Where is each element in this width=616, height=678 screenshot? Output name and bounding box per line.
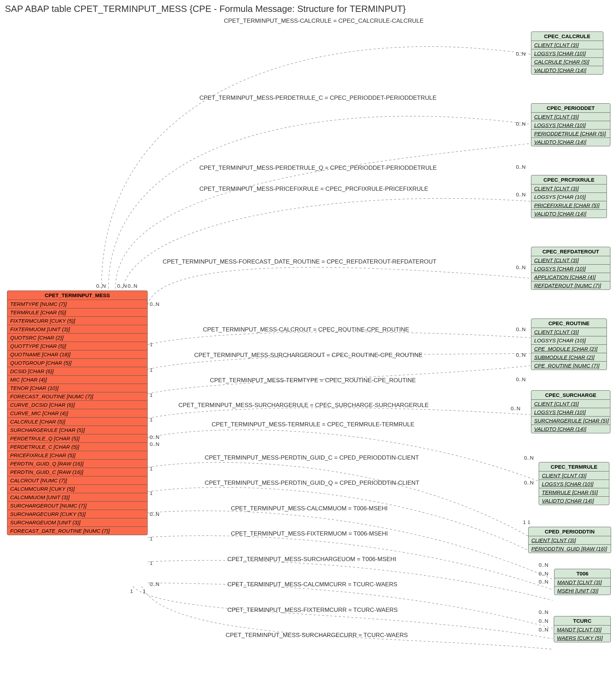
relation-label: CPET_TERMINPUT_MESS-FORECAST_DATE_ROUTIN… xyxy=(163,258,437,265)
main-field: SURCHARGEUOM [UNIT (3)] xyxy=(7,518,147,527)
cardinality-label: 0..N xyxy=(516,51,526,57)
cardinality-label: 1 xyxy=(150,367,153,373)
cardinality-label: 1 xyxy=(523,519,526,525)
relation-label: CPET_TERMINPUT_MESS-CALCMMCURR = TCURC-W… xyxy=(227,581,397,588)
cardinality-label: 1 xyxy=(130,588,133,594)
main-field: FIXTERMCURR [CUKY (5)] xyxy=(7,317,147,325)
main-field: FORECAST_ROUTINE [NUMC (7)] xyxy=(7,392,147,401)
main-field: TERMRULE [CHAR (5)] xyxy=(7,308,147,317)
ref-table-perioddet: CPEC_PERIODDET CLIENT [CLNT (3)] LOGSYS … xyxy=(531,103,610,146)
ref-field: MANDT [CLNT (3)] xyxy=(554,578,610,587)
cardinality-label: 0..N xyxy=(516,326,526,332)
relation-label: CPET_TERMINPUT_MESS-TERMTYPE = CPEC_ROUT… xyxy=(210,377,416,384)
cardinality-label: 0..N xyxy=(516,376,526,382)
ref-field: APPLICATION [CHAR (4)] xyxy=(531,273,610,281)
cardinality-label: 0..N xyxy=(539,562,548,568)
ref-table-header: CPEC_SURCHARGE xyxy=(531,391,610,400)
relation-label: CPET_TERMINPUT_MESS-PERDETRULE_Q = CPEC_… xyxy=(199,165,437,172)
ref-field: MANDT [CLNT (3)] xyxy=(554,625,610,634)
main-field: DCSID [CHAR (6)] xyxy=(7,367,147,376)
main-field: CALCMMUOM [UNIT (3)] xyxy=(7,493,147,502)
ref-field: LOGSYS [CHAR (10)] xyxy=(531,336,607,345)
ref-field: LOGSYS [CHAR (10)] xyxy=(531,121,610,130)
cardinality-label: 0..N xyxy=(516,191,526,197)
ref-field: CLIENT [CLNT (3)] xyxy=(531,400,610,408)
main-field: CALCROUT [NUMC (7)] xyxy=(7,476,147,485)
ref-field: MSEHI [UNIT (3)] xyxy=(554,587,610,595)
relation-label: CPET_TERMINPUT_MESS-CALCROUT = CPEC_ROUT… xyxy=(203,326,409,333)
cardinality-label: 0..N xyxy=(150,511,160,517)
main-field: CURVE_MIC [CHAR (4)] xyxy=(7,409,147,418)
cardinality-label: 1 xyxy=(150,536,153,541)
relation-label: CPET_TERMINPUT_MESS-SURCHARGEROUT = CPEC… xyxy=(194,352,423,359)
main-field: QUOTNAME [CHAR (18)] xyxy=(7,350,147,359)
ref-table-perioddtin: CPED_PERIODDTIN CLIENT [CLNT (3)] PERIOD… xyxy=(528,527,611,553)
cardinality-label: 0..N xyxy=(150,441,160,447)
cardinality-label: 1 xyxy=(150,341,153,347)
cardinality-label: 0..N xyxy=(516,352,526,358)
main-field: TERMTYPE [NUMC (7)] xyxy=(7,300,147,308)
cardinality-label: 0..N xyxy=(516,164,526,170)
ref-field: TERMRULE [CHAR (5)] xyxy=(539,488,609,497)
ref-field: VALIDTO [CHAR (14)] xyxy=(539,497,609,505)
relation-label: CPET_TERMINPUT_MESS-FIXTERMUOM = T006-MS… xyxy=(231,530,388,537)
cardinality-label: 0..N xyxy=(539,571,548,576)
cardinality-label: 0..N xyxy=(128,283,137,289)
ref-table-header: T006 xyxy=(554,569,610,578)
main-field: PERDETRULE_Q [CHAR (5)] xyxy=(7,434,147,443)
main-field: PRICEFIXRULE [CHAR (5)] xyxy=(7,451,147,460)
ref-table-header: TCURC xyxy=(554,616,610,625)
main-field: PERDETRULE_C [CHAR (5)] xyxy=(7,443,147,451)
ref-field: LOGSYS [CHAR (10)] xyxy=(531,408,610,417)
page-title: SAP ABAP table CPET_TERMINPUT_MESS {CPE … xyxy=(5,4,613,14)
main-field: FIXTERMUOM [UNIT (3)] xyxy=(7,325,147,334)
cardinality-label: 0..N xyxy=(516,264,526,270)
ref-field: LOGSYS [CHAR (10)] xyxy=(531,265,610,273)
diagram-canvas: CPET_TERMINPUT_MESS TERMTYPE [NUMC (7)] … xyxy=(3,16,613,674)
cardinality-label: 0..N xyxy=(511,405,521,411)
ref-field: REFDATEROUT [NUMC (7)] xyxy=(531,281,610,289)
main-field: QUOTGROUP [CHAR (5)] xyxy=(7,359,147,367)
ref-field: LOGSYS [CHAR (10)] xyxy=(539,480,609,488)
cardinality-label: 0..N xyxy=(539,609,548,615)
cardinality-label: 0..N xyxy=(150,434,160,440)
ref-field: PRICEFIXRULE [CHAR (5)] xyxy=(531,201,607,210)
ref-table-routine: CPEC_ROUTINE CLIENT [CLNT (3)] LOGSYS [C… xyxy=(531,319,607,370)
ref-table-header: CPEC_TERMRULE xyxy=(539,462,609,471)
main-field: CURVE_DCSID [CHAR (6)] xyxy=(7,401,147,409)
cardinality-label: 0..N xyxy=(516,121,526,127)
cardinality-label: 0..N xyxy=(150,581,160,587)
cardinality-label: 0..N xyxy=(150,301,160,307)
ref-field: CPE_MODULE [CHAR (2)] xyxy=(531,345,607,353)
main-field: QUOTSRC [CHAR (2)] xyxy=(7,334,147,342)
cardinality-label: 1 xyxy=(150,560,153,566)
cardinality-label: 0..N xyxy=(117,283,127,289)
main-field: SURCHARGERULE [CHAR (5)] xyxy=(7,426,147,434)
main-field: PERDTIN_GUID_Q [RAW (16)] xyxy=(7,460,147,468)
ref-field: CLIENT [CLNT (3)] xyxy=(531,256,610,265)
relation-label: CPET_TERMINPUT_MESS-CALCRULE = CPEC_CALC… xyxy=(224,18,424,25)
cardinality-label: 1 xyxy=(528,519,530,525)
ref-table-tcurc: TCURC MANDT [CLNT (3)] WAERS [CUKY (5)] xyxy=(554,616,611,642)
ref-field: SUBMODULE [CHAR (2)] xyxy=(531,353,607,362)
relation-label: CPET_TERMINPUT_MESS-SURCHARGEUOM = T006-… xyxy=(227,556,396,563)
ref-field: CALCRULE [CHAR (5)] xyxy=(531,58,603,66)
cardinality-label: 0..N xyxy=(96,283,106,289)
main-field: SURCHARGEROUT [NUMC (7)] xyxy=(7,502,147,510)
ref-field: CPE_ROUTINE [NUMC (7)] xyxy=(531,362,607,370)
ref-field: PERIODDETRULE [CHAR (5)] xyxy=(531,130,610,138)
ref-field: CLIENT [CLNT (3)] xyxy=(531,328,607,336)
relation-label: CPET_TERMINPUT_MESS-PRICEFIXRULE = CPEC_… xyxy=(199,186,428,193)
ref-table-header: CPEC_REFDATEROUT xyxy=(531,247,610,256)
relation-label: CPET_TERMINPUT_MESS-FIXTERMCURR = TCURC-… xyxy=(227,607,398,614)
ref-field: PERIODDTIN_GUID [RAW (16)] xyxy=(529,545,611,553)
relation-label: CPET_TERMINPUT_MESS-SURCHARGECURR = TCUR… xyxy=(226,632,408,639)
ref-table-header: CPED_PERIODDTIN xyxy=(529,527,611,536)
ref-table-header: CPEC_PRCFIXRULE xyxy=(531,175,607,184)
relation-label: CPET_TERMINPUT_MESS-CALCMMUOM = T006-MSE… xyxy=(231,505,388,512)
ref-table-header: CPEC_PERIODDET xyxy=(531,104,610,113)
main-field: PERDTIN_GUID_C [RAW (16)] xyxy=(7,468,147,476)
relation-label: CPET_TERMINPUT_MESS-PERDETRULE_C = CPEC_… xyxy=(199,95,437,102)
relation-label: CPET_TERMINPUT_MESS-SURCHARGERULE = CPEC… xyxy=(178,402,429,409)
ref-field: CLIENT [CLNT (3)] xyxy=(531,41,603,49)
